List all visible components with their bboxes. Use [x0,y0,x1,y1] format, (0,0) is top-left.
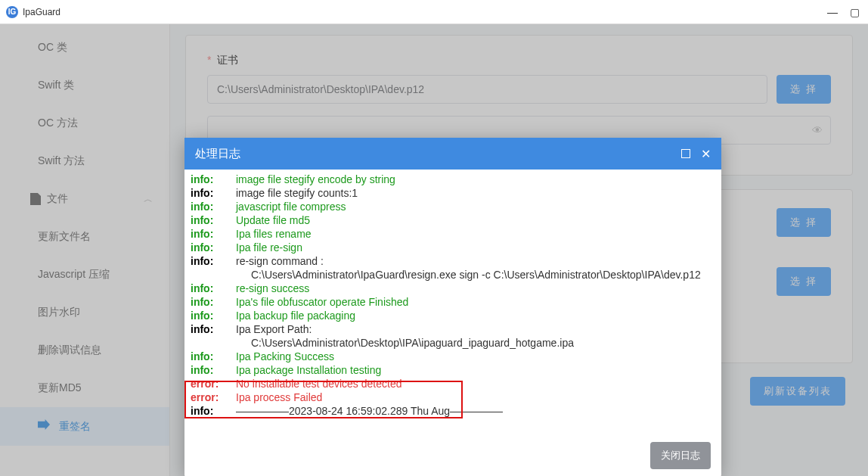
log-message: Ipa process Failed [236,391,715,403]
close-icon[interactable]: ✕ [701,147,711,161]
log-message: re-sign command : [236,255,715,267]
minimize-icon[interactable]: — [827,6,836,18]
log-message: image file stegify counts:1 [236,187,715,199]
maximize-icon[interactable]: ▢ [850,6,859,18]
log-message: re-sign success [236,282,715,294]
app-title: IpaGuard [23,7,60,17]
log-level: info: [191,350,236,362]
log-level: info: [191,310,236,322]
log-level: info: [191,364,236,376]
modal-header: 处理日志 ✕ [184,138,721,170]
log-line: info:Ipa file re-sign [191,241,715,254]
modal-footer: 关闭日志 [184,434,721,476]
log-line: info:re-sign command : [191,254,715,268]
log-body[interactable]: info:image file stegify encode by string… [184,170,721,434]
window-titlebar: IG IpaGuard — ▢ [0,0,868,24]
log-message: C:\Users\Administrator\IpaGuard\resign.e… [236,269,715,281]
log-message: Ipa Packing Success [236,350,715,362]
log-line: info:Ipa backup file packaging [191,309,715,322]
log-line: info:—————2023-08-24 16:59:02.289 Thu Au… [191,404,715,418]
log-level: info: [191,296,236,308]
log-level: error: [191,378,236,390]
log-line: C:\Users\Administrator\Desktop\IPA\ipagu… [191,336,715,350]
log-message: No installable test devices detected [236,378,715,390]
log-line: info:Ipa files rename [191,227,715,241]
log-level: info: [191,323,236,335]
log-line: info:Ipa Packing Success [191,350,715,363]
log-line: info:image file stegify counts:1 [191,186,715,200]
log-message: Ipa file re-sign [236,241,715,254]
log-message: Ipa's file obfuscator operate Finished [236,296,715,308]
log-line: error:No installable test devices detect… [191,377,715,390]
app-icon: IG [6,6,18,18]
window-controls: — ▢ [827,6,862,18]
log-message: Ipa package Installation testing [236,364,715,376]
log-message: Update file md5 [236,214,715,226]
log-message: —————2023-08-24 16:59:02.289 Thu Aug————… [236,405,715,417]
log-modal: 处理日志 ✕ info:image file stegify encode by… [184,138,721,476]
fullscreen-icon[interactable] [681,149,690,158]
close-log-button[interactable]: 关闭日志 [650,442,711,469]
log-level: info: [191,228,236,240]
log-message: Ipa Export Path: [236,323,715,335]
log-message: javascript file compress [236,201,715,213]
log-level: info: [191,173,236,185]
log-line: info:Update file md5 [191,213,715,227]
log-level: info: [191,187,236,199]
log-message: Ipa files rename [236,228,715,240]
log-line: info:image file stegify encode by string [191,173,715,186]
log-level: info: [191,282,236,294]
log-message: Ipa backup file packaging [236,310,715,322]
log-level: info: [191,255,236,267]
log-line: info:Ipa package Installation testing [191,363,715,377]
log-line: info:Ipa Export Path: [191,322,715,336]
log-level: info: [191,405,236,417]
log-message: image file stegify encode by string [236,173,715,185]
log-level: info: [191,214,236,226]
log-line: info:re-sign success [191,282,715,295]
modal-title: 处理日志 [195,147,240,161]
log-line: info:Ipa's file obfuscator operate Finis… [191,295,715,309]
log-line: error:Ipa process Failed [191,390,715,404]
log-message: C:\Users\Administrator\Desktop\IPA\ipagu… [236,337,715,349]
log-level: info: [191,241,236,254]
log-level: error: [191,391,236,403]
log-level: info: [191,201,236,213]
log-line: C:\Users\Administrator\IpaGuard\resign.e… [191,268,715,282]
log-line: info:javascript file compress [191,200,715,213]
